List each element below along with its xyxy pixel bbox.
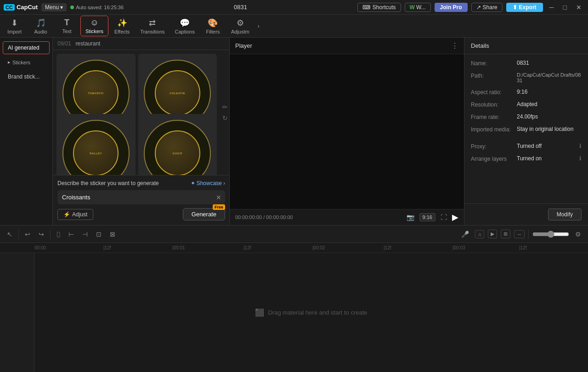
undo-button[interactable]: ↩ xyxy=(23,229,33,239)
drop-zone: ⬛ Drag material here and start to create xyxy=(255,308,367,317)
sticker-date: 09/01 xyxy=(57,40,71,47)
shortcuts-button[interactable]: ⌨Shortcuts xyxy=(357,3,401,12)
generate-input[interactable] xyxy=(62,194,207,201)
export-button[interactable]: ⬆Export xyxy=(506,3,543,12)
delete-button[interactable]: ⊠ xyxy=(107,229,118,239)
generate-actions: ⚡ Adjust Free Generate xyxy=(57,208,225,220)
workspace-button[interactable]: WW... xyxy=(405,3,431,12)
captions-icon: 💬 xyxy=(180,18,190,28)
player-canvas xyxy=(230,54,464,209)
trim-right-button[interactable]: ⊣ xyxy=(80,229,90,239)
toolbar-captions[interactable]: 💬 Captions xyxy=(170,16,199,36)
audio-icon: 🎵 xyxy=(36,18,46,28)
close-button[interactable]: ✕ xyxy=(573,4,584,11)
toolbar-transitions[interactable]: ⇄ Transitions xyxy=(136,16,169,36)
maximize-button[interactable]: □ xyxy=(560,4,570,11)
trim-left-button[interactable]: ⊢ xyxy=(66,229,76,239)
sticker-label: TOBANTIC xyxy=(88,92,104,95)
detail-arrange-label: Arrange layers xyxy=(471,155,517,162)
sticker-item[interactable]: RALLEY xyxy=(57,114,136,175)
toolbar-more-button[interactable]: › xyxy=(255,21,262,31)
detail-row-proxy: Proxy: Turned off ℹ xyxy=(471,143,582,150)
detail-proxy-value: Turned off xyxy=(517,143,577,150)
showcase-link[interactable]: ✦ Showcase › xyxy=(191,180,225,186)
clear-input-button[interactable]: ✕ xyxy=(216,194,221,201)
detail-aspect-label: Aspect ratio: xyxy=(471,89,517,96)
app-name: CapCut xyxy=(17,4,38,11)
player-menu-button[interactable]: ⋮ xyxy=(451,41,458,50)
generate-button[interactable]: Generate xyxy=(183,208,225,220)
audio-track-button[interactable]: ♫ xyxy=(475,230,484,238)
free-badge: Free xyxy=(213,204,225,210)
crop-button[interactable]: ⊡ xyxy=(94,229,104,239)
adjust-icon: ⚡ xyxy=(63,211,70,218)
settings-button[interactable]: ⚙ xyxy=(573,229,583,239)
cursor-tool-button[interactable]: ↖ xyxy=(5,229,15,239)
player-controls: 00:00:00:00 / 00:00:00:00 📷 9:16 ⛶ ▶ xyxy=(230,209,464,225)
play-button[interactable]: ▶ xyxy=(452,212,458,222)
details-body: Name: 0831 Path: D:/CapCut/CapCut Drafts… xyxy=(464,54,588,203)
generate-description: Describe the sticker you want to generat… xyxy=(57,180,159,186)
minimize-button[interactable]: ─ xyxy=(547,4,557,11)
details-footer: Modify xyxy=(464,203,588,225)
sub-nav-ai-generated[interactable]: AI generated xyxy=(3,41,50,54)
track-area: ⬛ Drag material here and start to create xyxy=(34,253,588,372)
toolbar-separator xyxy=(18,230,19,239)
toolbar-effects[interactable]: ✨ Effects xyxy=(109,16,135,36)
import-icon: ⬇ xyxy=(11,18,18,28)
player-area: Player ⋮ 00:00:00:00 / 00:00:00:00 📷 9:1… xyxy=(230,38,464,225)
detail-path-label: Path: xyxy=(471,72,517,83)
refresh-icon[interactable]: ↻ xyxy=(222,114,228,122)
detail-framerate-label: Frame rate: xyxy=(471,113,517,120)
sticker-item[interactable]: GUICP xyxy=(138,114,217,175)
detail-path-value: D:/CapCut/CapCut Drafts/0831 xyxy=(517,72,582,83)
video-track-button[interactable]: ▶ xyxy=(488,230,497,238)
toolbar-audio[interactable]: 🎵 Audio xyxy=(28,16,53,36)
toolbar-filters[interactable]: 🎨 Filters xyxy=(200,16,226,36)
redo-button[interactable]: ↪ xyxy=(36,229,46,239)
generate-header: Describe the sticker you want to generat… xyxy=(57,180,225,186)
toolbar-text[interactable]: T Text xyxy=(54,16,79,36)
join-pro-button[interactable]: Join Pro xyxy=(435,3,468,12)
resolution-button[interactable]: 9:16 xyxy=(419,213,435,221)
edit-icon[interactable]: ✏ xyxy=(222,103,228,111)
detail-name-label: Name: xyxy=(471,60,517,67)
auto-save-indicator: Auto saved: 16:25:36 xyxy=(70,5,124,10)
sticker-badge-container: RALLEY xyxy=(62,120,130,175)
time-display: 00:00:00:00 / 00:00:00:00 xyxy=(235,214,401,220)
modify-button[interactable]: Modify xyxy=(548,209,582,220)
detail-aspect-value: 9:16 xyxy=(517,89,582,96)
toolbar-adjustm[interactable]: ⚙ Adjustm xyxy=(226,16,254,36)
menu-button[interactable]: Menu ▾ xyxy=(41,3,67,11)
fullscreen-button[interactable]: ⛶ xyxy=(439,212,448,222)
pip-button[interactable]: ⊞ xyxy=(501,230,510,238)
fit-button[interactable]: ↔ xyxy=(514,230,525,238)
sub-nav-stickers[interactable]: ▸ Stickers xyxy=(3,56,50,68)
screenshot-button[interactable]: 📷 xyxy=(405,212,416,222)
toolbar-import[interactable]: ⬇ Import xyxy=(2,16,27,36)
sticker-label: GUICP xyxy=(172,152,182,155)
proxy-info-icon[interactable]: ℹ xyxy=(579,143,582,150)
split-button[interactable]: ⌷ xyxy=(54,229,62,239)
drop-icon: ⬛ xyxy=(255,308,264,317)
detail-resolution-label: Resolution: xyxy=(471,101,517,108)
sparkle-icon: ✦ xyxy=(191,180,195,186)
detail-row-framerate: Frame rate: 24.00fps xyxy=(471,113,582,120)
toolbar-stickers[interactable]: ☺ Stickers xyxy=(80,16,108,36)
filters-icon: 🎨 xyxy=(208,18,218,28)
arrange-info-icon[interactable]: ℹ xyxy=(579,155,582,162)
project-title: 0831 xyxy=(127,4,354,11)
share-button[interactable]: ↗Share xyxy=(471,3,503,12)
adjustm-icon: ⚙ xyxy=(237,18,244,28)
details-header: Details xyxy=(464,38,588,54)
sub-nav-brand-stickers[interactable]: Brand stick... xyxy=(3,70,50,83)
sticker-label: RALLEY xyxy=(90,152,102,155)
microphone-button[interactable]: 🎤 xyxy=(459,229,471,239)
detail-row-resolution: Resolution: Adapted xyxy=(471,101,582,108)
detail-imported-value: Stay in original location xyxy=(517,126,582,133)
zoom-slider[interactable] xyxy=(532,231,569,238)
player-header: Player ⋮ xyxy=(230,38,464,54)
transitions-icon: ⇄ xyxy=(149,18,156,28)
adjust-button[interactable]: ⚡ Adjust xyxy=(57,209,93,220)
toolbar-separator xyxy=(528,230,529,239)
